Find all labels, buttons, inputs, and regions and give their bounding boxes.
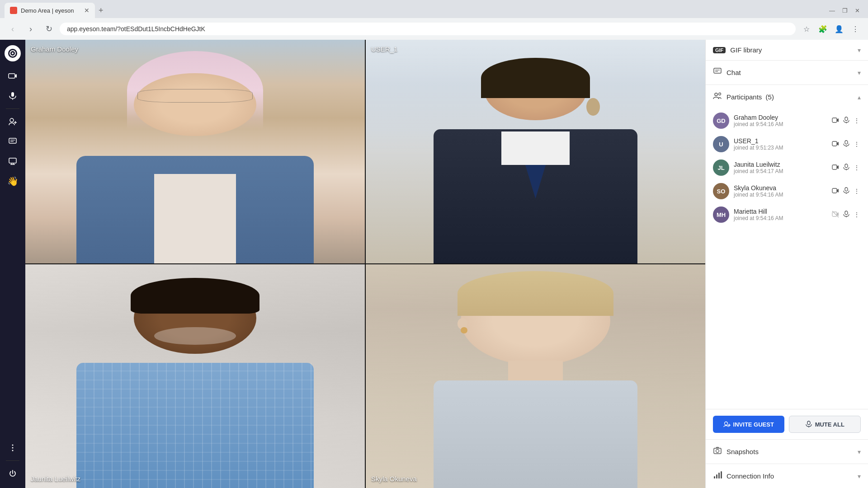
svg-point-17 (12, 445, 14, 446)
svg-point-46 (724, 422, 727, 425)
svg-point-52 (716, 450, 719, 453)
snapshots-chevron: ▾ (858, 448, 861, 455)
participant-mic-icon-jaunita[interactable] (842, 163, 851, 173)
participant-more-icon-user1[interactable]: ⋮ (853, 140, 861, 149)
browser-minimize[interactable]: — (826, 7, 839, 14)
svg-rect-49 (807, 421, 810, 425)
svg-point-7 (10, 118, 14, 122)
connection-info-icon (713, 470, 722, 482)
chat-section[interactable]: Chat ▾ (706, 61, 868, 85)
participant-avatar-marietta: MH (713, 206, 729, 223)
participant-more-icon-skyla[interactable]: ⋮ (853, 187, 861, 196)
chat-section-title: Chat (726, 69, 853, 76)
sidebar-mic-icon[interactable] (4, 87, 22, 105)
app-logo (5, 45, 21, 61)
new-tab-button[interactable]: + (95, 4, 107, 17)
svg-rect-33 (832, 165, 837, 169)
participant-item-user1: U USER_1 joined at 9:51:23 AM ⋮ (706, 132, 868, 156)
svg-rect-35 (845, 164, 848, 168)
svg-point-2 (12, 52, 14, 54)
chat-section-header[interactable]: Chat ▾ (706, 61, 868, 84)
invite-section: INVITE GUEST MUTE ALL (706, 409, 868, 439)
reload-button[interactable]: ↻ (42, 22, 56, 36)
sidebar-camera-icon[interactable] (4, 67, 22, 85)
sidebar-screen-share-icon[interactable] (4, 152, 22, 170)
participant-item-skyla: SO Skyla Okuneva joined at 9:54:16 AM ⋮ (706, 179, 868, 203)
sidebar-hand-raise-icon[interactable]: 👋 (4, 172, 22, 190)
participant-more-icon-graham[interactable]: ⋮ (853, 116, 861, 125)
nav-actions: ☆ 🧩 👤 ⋮ (799, 22, 863, 36)
forward-button[interactable]: › (24, 22, 38, 36)
sidebar-more-icon[interactable] (4, 439, 22, 457)
video-cell-skyla: Skyla Okuneva (366, 264, 705, 488)
participant-controls-skyla: ⋮ (831, 186, 861, 197)
bookmark-btn[interactable]: ☆ (799, 22, 814, 36)
participant-mic-icon-marietta[interactable] (842, 210, 851, 220)
right-panel: GIF GIF library ▾ Chat ▾ Participants (705, 40, 868, 488)
participant-item-marietta: MH Marietta Hill joined at 9:54:16 AM (706, 203, 868, 226)
video-cell-graham-dooley: Graham Dooley (25, 40, 365, 263)
tab-close-btn[interactable]: ✕ (84, 7, 90, 14)
app-container: 👋 Graha (0, 40, 868, 488)
participant-controls-jaunita: ⋮ (831, 163, 861, 173)
svg-rect-41 (832, 212, 837, 216)
participant-video-icon-user1[interactable] (831, 139, 840, 150)
participant-video-icon-skyla[interactable] (831, 186, 840, 197)
participant-more-icon-marietta[interactable]: ⋮ (853, 210, 861, 219)
svg-rect-10 (9, 138, 16, 143)
sidebar-divider-2 (6, 460, 19, 461)
participant-controls-graham: ⋮ (831, 116, 861, 126)
extensions-btn[interactable]: 🧩 (816, 22, 830, 36)
participant-time-skyla: joined at 9:54:16 AM (734, 192, 826, 198)
participants-section-title: Participants (5) (726, 93, 853, 101)
participant-video-icon-graham[interactable] (831, 116, 840, 126)
browser-close[interactable]: ✕ (851, 7, 863, 14)
connection-info-title: Connection Info (726, 472, 853, 480)
participant-video-icon-marietta[interactable] (831, 210, 840, 220)
address-bar[interactable] (60, 23, 796, 35)
participant-mic-icon-user1[interactable] (842, 139, 851, 150)
participant-mic-icon-graham[interactable] (842, 116, 851, 126)
participant-avatar-graham: GD (713, 113, 729, 129)
participant-item-graham: GD Graham Dooley joined at 9:54:16 AM ⋮ (706, 109, 868, 132)
connection-info-row[interactable]: Connection Info ▾ (706, 464, 868, 488)
sidebar-divider-1 (6, 108, 19, 109)
participant-name-skyla: Skyla Okuneva (734, 184, 826, 192)
sidebar-power-icon[interactable] (4, 465, 22, 483)
video-cell-jaunita: Jaunita Lueilwitz (25, 264, 365, 488)
profile-btn[interactable]: 👤 (832, 22, 846, 36)
participant-video-icon-jaunita[interactable] (831, 163, 840, 173)
invite-guest-button[interactable]: INVITE GUEST (713, 416, 784, 433)
gif-badge: GIF (713, 47, 726, 53)
participant-more-icon-jaunita[interactable]: ⋮ (853, 163, 861, 172)
snapshots-title: Snapshots (726, 448, 853, 455)
participant-name-marietta: Marietta Hill (734, 208, 826, 215)
active-tab[interactable]: Demo Area | eyeson ✕ (5, 3, 95, 18)
video-cell-user1: USER_1 (366, 40, 705, 263)
gif-section-header[interactable]: GIF GIF library ▾ (706, 40, 868, 61)
snapshots-icon (713, 446, 722, 457)
video-label-skyla: Skyla Okuneva (371, 475, 417, 483)
settings-btn[interactable]: ⋮ (848, 22, 863, 36)
participant-name-user1: USER_1 (734, 137, 826, 145)
sidebar-add-user-icon[interactable] (4, 113, 22, 131)
svg-rect-51 (714, 448, 721, 454)
svg-rect-29 (832, 141, 837, 146)
participant-time-user1: joined at 9:51:23 AM (734, 145, 826, 151)
participant-mic-icon-skyla[interactable] (842, 186, 851, 197)
tab-bar: Demo Area | eyeson ✕ + — ❐ ✕ (0, 0, 868, 18)
back-button[interactable]: ‹ (5, 22, 20, 36)
participants-icon (713, 91, 722, 103)
sidebar-chat-icon[interactable] (4, 132, 22, 150)
svg-rect-27 (845, 117, 848, 121)
snapshots-row[interactable]: Snapshots ▾ (706, 439, 868, 464)
svg-rect-39 (845, 188, 848, 191)
browser-restore[interactable]: ❐ (839, 7, 851, 14)
nav-bar: ‹ › ↻ ☆ 🧩 👤 ⋮ (0, 18, 868, 40)
svg-point-18 (12, 447, 14, 449)
participants-section-header[interactable]: Participants (5) ▴ (706, 85, 868, 109)
mute-all-button[interactable]: MUTE ALL (789, 416, 861, 433)
participant-avatar-user1: U (713, 136, 729, 152)
svg-rect-13 (9, 158, 16, 163)
participant-name-graham: Graham Dooley (734, 114, 826, 121)
